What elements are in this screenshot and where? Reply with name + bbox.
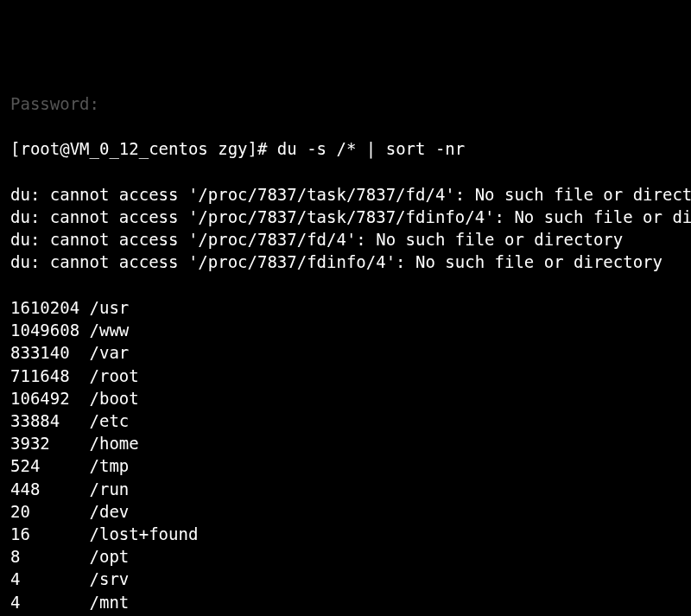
size-cell: 1049608: [10, 321, 90, 340]
table-row: 833140 /var: [10, 341, 691, 364]
table-row: 448 /run: [10, 478, 691, 500]
size-cell: 711648: [10, 366, 90, 385]
path-cell: /root: [90, 366, 139, 385]
size-cell: 8: [10, 547, 90, 566]
command-line-1: [root@VM_0_12_centos zgy]# du -s /* | so…: [10, 137, 691, 160]
size-cell: 524: [10, 456, 90, 475]
error-line: du: cannot access '/proc/7837/task/7837/…: [10, 183, 691, 206]
table-row: 4 /srv: [10, 568, 691, 590]
size-cell: 3932: [10, 434, 90, 453]
size-cell: 1610204: [10, 298, 90, 317]
table-row: 106492 /boot: [10, 387, 691, 410]
table-row: 4 /mnt: [10, 591, 691, 613]
du-output-table: 1610204 /usr1049608 /www833140 /var71164…: [10, 296, 691, 616]
error-line: du: cannot access '/proc/7837/fd/4': No …: [10, 228, 691, 251]
table-row: 8 /opt: [10, 545, 691, 568]
path-cell: /www: [90, 321, 130, 340]
table-row: 3932 /home: [10, 432, 691, 454]
previous-line-fragment: Password:: [10, 92, 691, 115]
size-cell: 33884: [10, 411, 90, 430]
path-cell: /opt: [90, 547, 130, 566]
path-cell: /mnt: [90, 593, 130, 612]
shell-prompt: [root@VM_0_12_centos zgy]#: [10, 139, 277, 158]
path-cell: /run: [90, 479, 130, 499]
error-line: du: cannot access '/proc/7837/fdinfo/4':…: [10, 251, 691, 273]
path-cell: /usr: [90, 298, 130, 317]
table-row: 20 /dev: [10, 500, 691, 523]
table-row: 1049608 /www: [10, 319, 691, 341]
path-cell: /srv: [90, 569, 130, 588]
path-cell: /etc: [90, 411, 130, 430]
table-row: 16 /lost+found: [10, 523, 691, 545]
size-cell: 4: [10, 593, 90, 612]
path-cell: /boot: [90, 389, 139, 408]
error-line: du: cannot access '/proc/7837/task/7837/…: [10, 206, 691, 228]
path-cell: /lost+found: [90, 524, 199, 543]
table-row: 1610204 /usr: [10, 296, 691, 319]
size-cell: 16: [10, 524, 90, 543]
size-cell: 4: [10, 569, 90, 588]
path-cell: /var: [90, 343, 130, 362]
table-row: 524 /tmp: [10, 454, 691, 477]
table-row: 711648 /root: [10, 365, 691, 387]
path-cell: /dev: [90, 502, 130, 521]
error-output-block: du: cannot access '/proc/7837/task/7837/…: [10, 183, 691, 274]
size-cell: 833140: [10, 343, 90, 362]
size-cell: 106492: [10, 389, 90, 408]
command-text: du -s /* | sort -nr: [277, 139, 465, 158]
size-cell: 448: [10, 479, 90, 499]
path-cell: /home: [90, 434, 139, 453]
path-cell: /tmp: [90, 456, 130, 475]
table-row: 33884 /etc: [10, 410, 691, 432]
size-cell: 20: [10, 502, 90, 521]
